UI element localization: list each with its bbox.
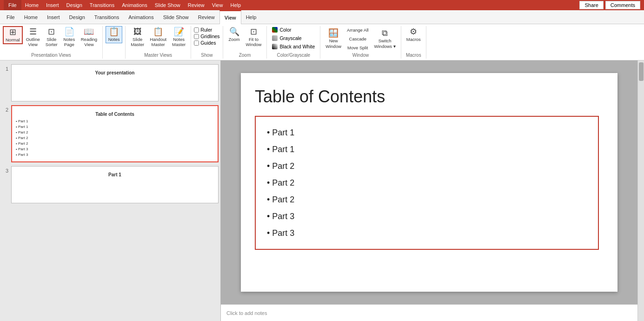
slide-thumb-1[interactable]: Your presentation [11, 64, 219, 101]
btn-notes-page[interactable]: 📄 NotesPage [61, 26, 78, 49]
guides-input[interactable] [194, 40, 199, 46]
gridlines-checkbox[interactable]: Gridlines [194, 33, 219, 39]
color-buttons: Color Grayscale Black and White [270, 26, 317, 50]
grayscale-btn-label: Grayscale [279, 35, 301, 41]
slide-thumb-bullet-2-3: • Part 2 [16, 135, 214, 141]
scrollbar-thumb[interactable] [639, 62, 644, 81]
bw-dot [272, 44, 278, 49]
switch-windows-label: SwitchWindows ▾ [374, 38, 396, 49]
notes-icon: 📋 [109, 27, 119, 36]
tab-file[interactable]: File [2, 10, 20, 24]
menu-review[interactable]: Review [184, 0, 208, 10]
handout-master-label: HandoutMaster [150, 37, 166, 47]
color-items: Color Grayscale Black and White [270, 26, 317, 52]
color-grayscale-label: Color/Grayscale [277, 52, 310, 59]
slide-thumb-bullet-2-1: • Part 1 [16, 124, 214, 130]
macros-label: Macros [406, 37, 421, 42]
slide-bullet-1: • Part 1 [267, 141, 587, 158]
btn-black-white[interactable]: Black and White [270, 43, 317, 50]
btn-switch-windows[interactable]: ⧉ SwitchWindows ▾ [372, 27, 398, 50]
notes-bar[interactable]: Click to add notes [221, 304, 637, 321]
slide-item-3: 3 Part 1 [2, 166, 219, 203]
menu-slideshow[interactable]: Slide Show [151, 0, 184, 10]
slide-panel: 1 Your presentation 2 Table of Contents … [0, 60, 221, 321]
notes-page-label: NotesPage [63, 37, 75, 47]
btn-notes-master[interactable]: 📝 NotesMaster [170, 26, 188, 49]
slide-content-box[interactable]: • Part 1 • Part 1 • Part 2 • Part 2 • Pa… [255, 116, 599, 250]
btn-slide-master[interactable]: 🖼 SlideMaster [128, 26, 146, 49]
tab-view[interactable]: View [219, 10, 241, 24]
slide-bullet-0: • Part 1 [267, 124, 587, 141]
group-presentation-views: ⊞ Normal ☰ OutlineView ⊡ SlideSorter 📄 N… [0, 26, 103, 59]
grayscale-dot [272, 35, 278, 41]
tab-design[interactable]: Design [65, 10, 90, 24]
btn-grayscale[interactable]: Grayscale [270, 34, 317, 42]
btn-macros[interactable]: ⚙ Macros [404, 26, 423, 43]
fit-to-window-label: Fit toWindow [246, 37, 262, 47]
btn-fit-to-window[interactable]: ⊡ Fit toWindow [244, 26, 264, 49]
master-views-items: 🖼 SlideMaster 📋 HandoutMaster 📝 NotesMas… [128, 26, 188, 52]
btn-outline-view[interactable]: ☰ OutlineView [24, 26, 42, 49]
slide-thumb-3[interactable]: Part 1 [11, 166, 219, 203]
main-view: Table of Contents • Part 1 • Part 1 • Pa… [221, 60, 637, 321]
fit-to-window-icon: ⊡ [250, 27, 257, 36]
color-btn-label: Color [279, 27, 291, 33]
tab-animations[interactable]: Animations [124, 10, 158, 24]
tab-insert[interactable]: Insert [42, 10, 65, 24]
slide-thumb-2[interactable]: Table of Contents • Part 1 • Part 1 • Pa… [11, 105, 219, 162]
presentation-views-label: Presentation Views [31, 52, 71, 59]
gridlines-input[interactable] [194, 34, 199, 39]
slide-sorter-label: SlideSorter [46, 37, 58, 47]
menu-transitions[interactable]: Transitions [86, 0, 118, 10]
notes-master-icon: 📝 [174, 27, 184, 36]
tab-slideshow[interactable]: Slide Show [159, 10, 193, 24]
comments-button[interactable]: Comments [605, 1, 640, 9]
guides-checkbox[interactable]: Guides [194, 40, 219, 46]
presentation-views-items: ⊞ Normal ☰ OutlineView ⊡ SlideSorter 📄 N… [3, 26, 100, 52]
right-scrollbar[interactable] [637, 60, 644, 321]
outline-view-icon: ☰ [29, 27, 37, 36]
zoom-items: 🔍 Zoom ⊡ Fit toWindow [226, 26, 264, 52]
tab-home[interactable]: Home [20, 10, 42, 24]
btn-slide-sorter[interactable]: ⊡ SlideSorter [43, 26, 60, 49]
show-items: Ruler Gridlines Guides [194, 26, 219, 52]
ribbon-content: ⊞ Normal ☰ OutlineView ⊡ SlideSorter 📄 N… [0, 24, 644, 60]
btn-notes[interactable]: 📋 Notes [106, 26, 122, 43]
slide-bullet-5: • Part 3 [267, 208, 587, 225]
btn-new-window[interactable]: 🪟 NewWindow [323, 27, 344, 50]
btn-handout-master[interactable]: 📋 HandoutMaster [147, 26, 169, 49]
menu-animations[interactable]: Animations [118, 0, 151, 10]
menu-insert[interactable]: Insert [42, 0, 63, 10]
btn-zoom[interactable]: 🔍 Zoom [226, 26, 243, 43]
btn-reading-view[interactable]: 📖 ReadingView [79, 26, 100, 49]
notes-items: 📋 Notes [106, 26, 122, 52]
btn-arrange-all[interactable]: Arrange All [345, 26, 371, 34]
tab-help[interactable]: Help [241, 10, 261, 24]
share-button[interactable]: Share [579, 1, 603, 9]
zoom-icon: 🔍 [229, 27, 239, 36]
ruler-input[interactable] [194, 27, 199, 33]
tab-transitions[interactable]: Transitions [90, 10, 124, 24]
btn-move-split[interactable]: Move Split [345, 44, 371, 52]
ruler-checkbox[interactable]: Ruler [194, 27, 219, 33]
btn-color[interactable]: Color [270, 26, 317, 33]
slide-canvas[interactable]: Table of Contents • Part 1 • Part 1 • Pa… [241, 73, 617, 292]
zoom-label-group: Zoom [239, 52, 251, 59]
tab-review[interactable]: Review [193, 10, 219, 24]
window-items: 🪟 NewWindow Arrange All Cascade Move Spl… [323, 26, 398, 52]
menu-design[interactable]: Design [63, 0, 86, 10]
menu-file[interactable]: File [4, 0, 21, 10]
menu-view[interactable]: View [208, 0, 227, 10]
slide-thumb-bullet-2-6: • Part 3 [16, 152, 214, 158]
group-notes: 📋 Notes [103, 26, 126, 59]
notes-group-label [113, 52, 115, 59]
btn-cascade[interactable]: Cascade [345, 35, 371, 43]
menu-bar: File Home Insert Design Transitions Anim… [0, 0, 644, 10]
menu-home[interactable]: Home [21, 0, 42, 10]
btn-normal[interactable]: ⊞ Normal [3, 26, 23, 44]
slide-master-label: SlideMaster [131, 37, 144, 47]
menu-help[interactable]: Help [226, 0, 245, 10]
notes-page-icon: 📄 [64, 27, 74, 36]
new-window-icon: 🪟 [328, 29, 339, 37]
slide-master-icon: 🖼 [133, 27, 142, 36]
